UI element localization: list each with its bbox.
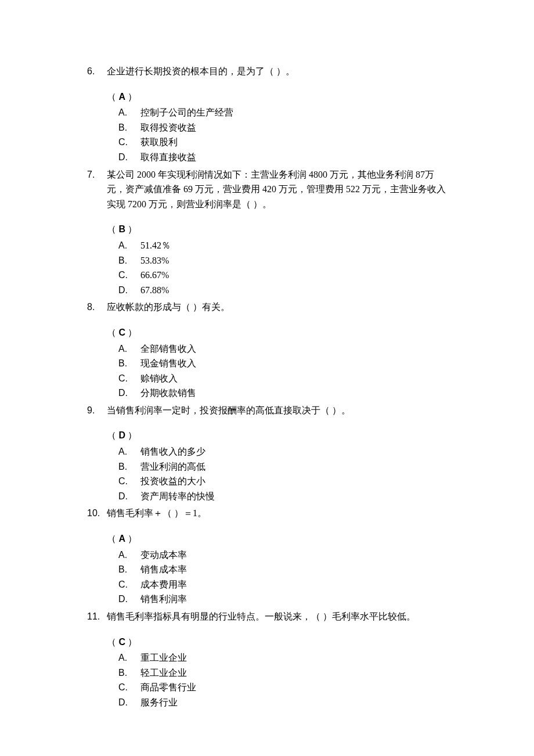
option-label: A. — [118, 341, 140, 357]
paren-left: （ — [107, 92, 116, 102]
question-header: 10.销售毛利率＋（ ）＝1。 — [87, 506, 447, 521]
option-text: 变动成本率 — [140, 548, 447, 563]
answer-letter: C — [116, 637, 128, 647]
option: A.全部销售收入 — [118, 341, 447, 357]
paren-left: （ — [107, 637, 116, 647]
option-text: 53.83% — [140, 253, 447, 268]
question-header: 7.某公司 2000 年实现利润情况如下：主营业务利润 4800 万元，其他业务… — [87, 167, 447, 212]
option: A.变动成本率 — [118, 548, 447, 563]
option-text: 分期收款销售 — [140, 386, 447, 401]
question-header: 6.企业进行长期投资的根本目的，是为了（ ）。 — [87, 64, 447, 79]
answer-line: （ D ） — [107, 428, 447, 443]
question-text: 某公司 2000 年实现利润情况如下：主营业务利润 4800 万元，其他业务利润… — [107, 167, 447, 212]
option-label: D. — [118, 695, 140, 710]
answer-letter: C — [116, 327, 128, 337]
answer-line: （ A ） — [107, 531, 447, 546]
question-text: 应收帐款的形成与（ ）有关。 — [107, 300, 447, 315]
question-number: 7. — [87, 167, 107, 182]
option-text: 服务行业 — [140, 695, 447, 710]
option-label: B. — [118, 253, 140, 268]
option: B.取得投资收益 — [118, 120, 447, 135]
paren-right: ） — [128, 224, 137, 234]
option-label: D. — [118, 592, 140, 607]
option: C.成本费用率 — [118, 577, 447, 592]
option-label: D. — [118, 489, 140, 504]
question-text: 销售毛利率＋（ ）＝1。 — [107, 506, 447, 521]
option: D.服务行业 — [118, 695, 447, 710]
question: 8.应收帐款的形成与（ ）有关。（ C ）A.全部销售收入B.现金销售收入C.赊… — [87, 300, 447, 401]
option: A.51.42％ — [118, 238, 447, 253]
paren-right: ） — [128, 92, 137, 102]
option-label: B. — [118, 562, 140, 577]
option-text: 商品零售行业 — [140, 680, 447, 695]
option-text: 销售利润率 — [140, 592, 447, 607]
option-text: 资产周转率的快慢 — [140, 489, 447, 504]
option-text: 全部销售收入 — [140, 341, 447, 357]
paren-left: （ — [107, 224, 116, 234]
option: D.67.88% — [118, 283, 447, 298]
question: 10.销售毛利率＋（ ）＝1。（ A ）A.变动成本率B.销售成本率C.成本费用… — [87, 506, 447, 607]
options-list: A.51.42％B.53.83%C.66.67%D.67.88% — [118, 238, 447, 297]
question: 6.企业进行长期投资的根本目的，是为了（ ）。（ A ）A.控制子公司的生产经营… — [87, 64, 447, 165]
option-text: 51.42％ — [140, 238, 447, 253]
question-header: 9.当销售利润率一定时，投资报酬率的高低直接取决于（ ）。 — [87, 403, 447, 418]
answer-line: （ B ） — [107, 222, 447, 237]
options-list: A.全部销售收入B.现金销售收入C.赊销收入D.分期收款销售 — [118, 341, 447, 401]
document-content: 6.企业进行长期投资的根本目的，是为了（ ）。（ A ）A.控制子公司的生产经营… — [87, 64, 447, 710]
option: D.取得直接收益 — [118, 150, 447, 165]
answer-line: （ C ） — [107, 635, 447, 650]
option: A.重工业企业 — [118, 650, 447, 665]
answer-letter: A — [116, 534, 128, 543]
option: D.资产周转率的快慢 — [118, 489, 447, 504]
option-label: C. — [118, 474, 140, 489]
option-label: B. — [118, 356, 140, 371]
option: B.销售成本率 — [118, 562, 447, 577]
paren-right: ） — [128, 637, 137, 647]
option-label: A. — [118, 105, 140, 120]
option-text: 投资收益的大小 — [140, 474, 447, 489]
answer-letter: B — [116, 224, 128, 234]
option: B.轻工业企业 — [118, 665, 447, 681]
option-label: C. — [118, 371, 140, 386]
option-text: 67.88% — [140, 283, 447, 298]
option: D.分期收款销售 — [118, 386, 447, 401]
option-label: C. — [118, 680, 140, 695]
question-header: 11.销售毛利率指标具有明显的行业特点。一般说来，（ ）毛利率水平比较低。 — [87, 609, 447, 624]
option: B.53.83% — [118, 253, 447, 268]
options-list: A.销售收入的多少B.营业利润的高低C.投资收益的大小D.资产周转率的快慢 — [118, 444, 447, 503]
options-list: A.控制子公司的生产经营B.取得投资收益C.获取股利D.取得直接收益 — [118, 105, 447, 164]
option: A.销售收入的多少 — [118, 444, 447, 459]
question-text: 当销售利润率一定时，投资报酬率的高低直接取决于（ ）。 — [107, 403, 447, 418]
option-label: A. — [118, 444, 140, 459]
option: B.现金销售收入 — [118, 356, 447, 371]
option: C.获取股利 — [118, 135, 447, 150]
option-label: B. — [118, 665, 140, 681]
question-header: 8.应收帐款的形成与（ ）有关。 — [87, 300, 447, 315]
question-number: 8. — [87, 300, 107, 315]
option-text: 销售收入的多少 — [140, 444, 447, 459]
paren-right: ） — [128, 327, 137, 337]
options-list: A.变动成本率B.销售成本率C.成本费用率D.销售利润率 — [118, 548, 447, 607]
option-label: D. — [118, 386, 140, 401]
question-text: 销售毛利率指标具有明显的行业特点。一般说来，（ ）毛利率水平比较低。 — [107, 609, 447, 624]
option-text: 获取股利 — [140, 135, 447, 150]
option-text: 营业利润的高低 — [140, 459, 447, 474]
option-text: 成本费用率 — [140, 577, 447, 592]
option-text: 66.67% — [140, 268, 447, 283]
paren-right: ） — [128, 534, 137, 543]
answer-letter: A — [116, 92, 128, 102]
option-label: A. — [118, 238, 140, 253]
option-text: 取得直接收益 — [140, 150, 447, 165]
paren-left: （ — [107, 430, 116, 440]
option-text: 控制子公司的生产经营 — [140, 105, 447, 120]
option: C.赊销收入 — [118, 371, 447, 386]
option: C.商品零售行业 — [118, 680, 447, 695]
option-text: 赊销收入 — [140, 371, 447, 386]
option-label: C. — [118, 577, 140, 592]
option-text: 销售成本率 — [140, 562, 447, 577]
option-label: A. — [118, 548, 140, 563]
option-text: 取得投资收益 — [140, 120, 447, 135]
question-number: 9. — [87, 403, 107, 418]
option: B.营业利润的高低 — [118, 459, 447, 474]
question-number: 6. — [87, 64, 107, 79]
